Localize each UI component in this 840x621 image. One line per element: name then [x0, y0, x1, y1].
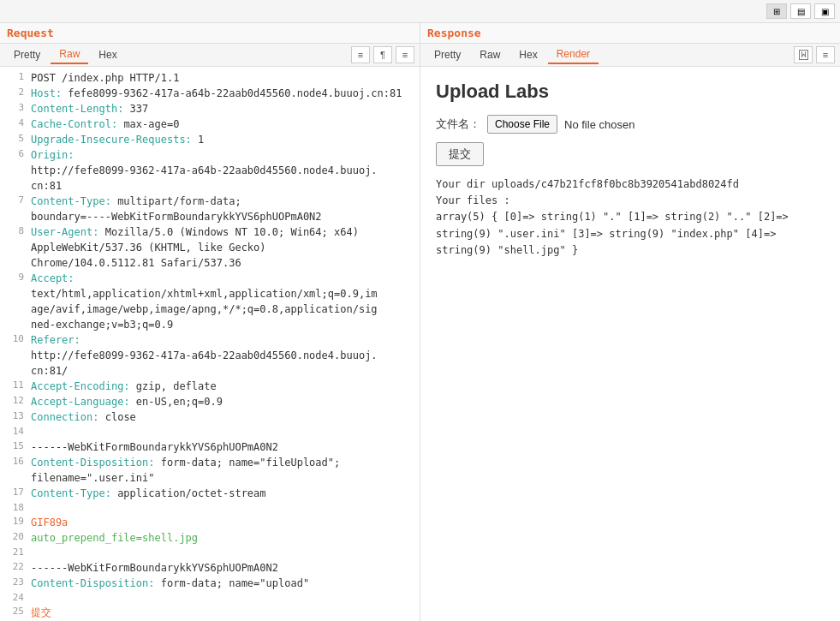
layout-btn-3[interactable]: ▣	[814, 3, 835, 19]
line-content: Content-Type: application/octet-stream	[31, 486, 416, 501]
line-part: auto_prepend_file=shell.jpg	[31, 532, 198, 544]
line-number: 17	[3, 486, 24, 501]
line-part: form-data; name="fileUpload";	[155, 457, 341, 469]
line-number: 8	[3, 224, 24, 240]
response-text: Your dir uploads/c47b21fcf8f0bc8b3920541…	[436, 176, 825, 259]
code-line: 21	[0, 546, 420, 560]
tab-response-hex[interactable]: Hex	[510, 46, 545, 63]
line-content: Upgrade-Insecure-Requests: 1	[31, 132, 416, 147]
tab-request-hex[interactable]: Hex	[90, 46, 125, 63]
submit-button[interactable]: 提交	[436, 142, 484, 166]
line-number: 12	[3, 394, 24, 409]
line-content: auto_prepend_file=shell.jpg	[31, 530, 416, 546]
line-number	[3, 255, 24, 271]
code-line: 4Cache-Control: max-age=0	[0, 116, 420, 132]
line-number: 13	[3, 409, 24, 425]
code-line: age/avif,image/webp,image/apng,*/*;q=0.8…	[0, 302, 420, 317]
line-part: age/avif,image/webp,image/apng,*/*;q=0.8…	[31, 303, 378, 315]
line-content: Referer:	[31, 332, 416, 348]
request-tab-bar: Pretty Raw Hex ≡ ¶ ≡	[0, 44, 420, 67]
code-line: 12Accept-Language: en-US,en;q=0.9	[0, 394, 420, 409]
layout-btn-1[interactable]: ⊞	[766, 3, 787, 19]
line-number: 18	[3, 501, 24, 516]
line-part: Origin:	[31, 149, 74, 161]
line-number: 15	[3, 439, 24, 455]
line-part: Connection:	[31, 411, 98, 423]
line-part: application/octet-stream	[111, 487, 266, 499]
line-part: Accept-Encoding:	[31, 380, 130, 392]
request-icon-3[interactable]: ≡	[396, 46, 414, 63]
tab-response-render[interactable]: Render	[548, 45, 599, 64]
request-icon-2[interactable]: ¶	[373, 46, 392, 63]
code-line: cn:81	[0, 178, 420, 194]
line-part: text/html,application/xhtml+xml,applicat…	[31, 288, 378, 300]
line-part: cn:81	[31, 180, 62, 192]
code-line: 14	[0, 425, 420, 439]
code-line: 7Content-Type: multipart/form-data;	[0, 194, 420, 209]
line-content: AppleWebKit/537.36 (KHTML, like Gecko)	[31, 240, 416, 255]
line-number	[3, 286, 24, 302]
code-line: Chrome/104.0.5112.81 Safari/537.36	[0, 255, 420, 271]
line-number	[3, 470, 24, 486]
line-part: http://fefe8099-9362-417a-a64b-22aab0d45…	[31, 164, 378, 176]
line-part: close	[98, 411, 135, 423]
layout-btn-2[interactable]: ▤	[790, 3, 811, 19]
line-part: boundary=----WebKitFormBoundarykkYVS6phU…	[31, 211, 322, 223]
file-row: 文件名： Choose File No file chosen	[436, 115, 825, 134]
line-part: Accept-Language:	[31, 396, 130, 408]
code-line: 9Accept:	[0, 271, 420, 286]
response-panel: Response Pretty Raw Hex Render 🅆 ≡ Uploa…	[420, 23, 840, 621]
line-content: GIF89a	[31, 515, 416, 530]
request-icon-1[interactable]: ≡	[351, 46, 370, 63]
code-line: http://fefe8099-9362-417a-a64b-22aab0d45…	[0, 163, 420, 178]
tab-request-raw[interactable]: Raw	[51, 45, 88, 64]
panels: Request Pretty Raw Hex ≡ ¶ ≡ 1POST /inde…	[0, 23, 840, 621]
tab-response-raw[interactable]: Raw	[471, 46, 509, 63]
code-line: 11Accept-Encoding: gzip, deflate	[0, 379, 420, 394]
line-content: Content-Type: multipart/form-data;	[31, 194, 416, 209]
line-part: Host:	[31, 87, 62, 99]
line-part: en-US,en;q=0.9	[130, 396, 223, 408]
response-icon-1[interactable]: 🅆	[794, 46, 813, 63]
line-content	[31, 546, 416, 560]
code-line: 5Upgrade-Insecure-Requests: 1	[0, 132, 420, 147]
line-content: cn:81/	[31, 363, 416, 379]
tab-response-pretty[interactable]: Pretty	[426, 46, 469, 63]
line-number: 20	[3, 530, 24, 546]
code-line: 13Connection: close	[0, 409, 420, 425]
line-number	[3, 240, 24, 255]
files-array: array(5) { [0]=> string(1) "." [1]=> str…	[436, 209, 825, 259]
line-number: 11	[3, 379, 24, 394]
line-content: Accept-Language: en-US,en;q=0.9	[31, 394, 416, 409]
line-part: User-Agent:	[31, 226, 98, 238]
line-part: Referer:	[31, 334, 80, 346]
line-content: Cache-Control: max-age=0	[31, 116, 416, 132]
line-number: 10	[3, 332, 24, 348]
response-icon-2[interactable]: ≡	[816, 46, 835, 63]
response-tab-bar: Pretty Raw Hex Render 🅆 ≡	[420, 44, 840, 67]
code-line: text/html,application/xhtml+xml,applicat…	[0, 286, 420, 302]
top-bar: ⊞ ▤ ▣	[0, 0, 840, 23]
file-label: 文件名：	[436, 116, 480, 132]
line-content: age/avif,image/webp,image/apng,*/*;q=0.8…	[31, 302, 416, 317]
line-part: AppleWebKit/537.36 (KHTML, like Gecko)	[31, 242, 266, 254]
line-content: http://fefe8099-9362-417a-a64b-22aab0d45…	[31, 163, 416, 178]
line-number: 25	[3, 605, 24, 620]
line-content: Content-Disposition: form-data; name="up…	[31, 576, 416, 591]
line-number: 24	[3, 591, 24, 606]
code-line: 22------WebKitFormBoundarykkYVS6phUOPmA0…	[0, 560, 420, 576]
code-line: 24	[0, 591, 420, 606]
line-part: http://fefe8099-9362-417a-a64b-22aab0d45…	[31, 349, 378, 361]
upload-title: Upload Labs	[436, 81, 825, 103]
code-line: 20auto_prepend_file=shell.jpg	[0, 530, 420, 546]
line-number: 16	[3, 455, 24, 470]
choose-file-button[interactable]: Choose File	[487, 115, 557, 134]
line-content: http://fefe8099-9362-417a-a64b-22aab0d45…	[31, 348, 416, 363]
line-number: 14	[3, 425, 24, 439]
line-content: Origin:	[31, 147, 416, 163]
code-line: 23Content-Disposition: form-data; name="…	[0, 576, 420, 591]
line-part: multipart/form-data;	[111, 195, 241, 207]
line-number	[3, 317, 24, 332]
line-part: ned-exchange;v=b3;q=0.9	[31, 319, 173, 331]
tab-request-pretty[interactable]: Pretty	[5, 46, 49, 63]
